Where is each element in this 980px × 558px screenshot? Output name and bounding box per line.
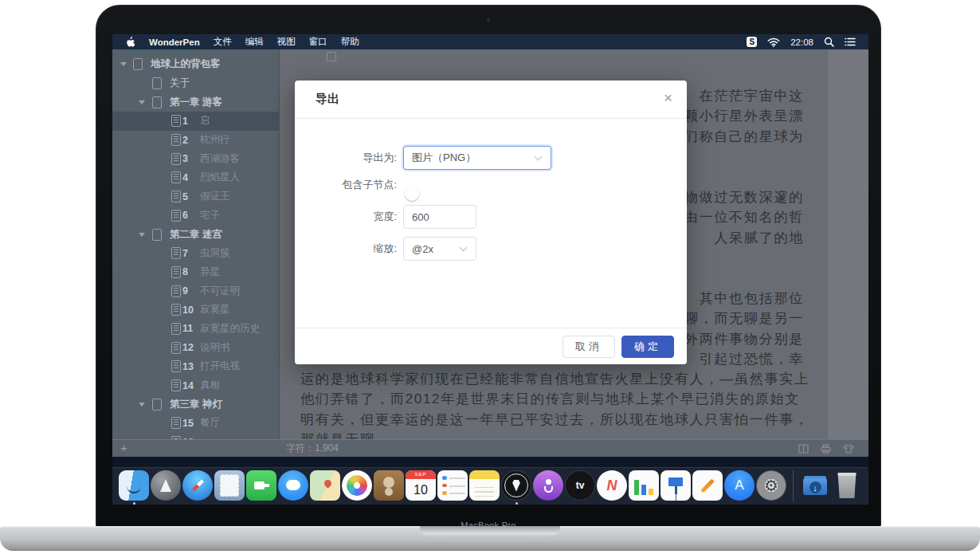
dock-icon-pages[interactable] bbox=[692, 470, 723, 501]
dock-icon-wonderpen[interactable] bbox=[501, 470, 531, 501]
item-label: 寂寞星的历史 bbox=[200, 322, 260, 336]
text-line: 那就是无聊 bbox=[300, 430, 809, 439]
menu-item-视图[interactable]: 视图 bbox=[277, 36, 296, 48]
document-icon bbox=[171, 342, 181, 354]
select-value: @2x bbox=[412, 243, 433, 255]
select-value: 图片（PNG） bbox=[412, 151, 476, 165]
tree-item[interactable]: 16 bbox=[112, 433, 279, 439]
tree-item-宅子[interactable]: 6宅子 bbox=[112, 206, 279, 226]
chevron-down-icon[interactable] bbox=[139, 100, 145, 104]
tree-item-异星[interactable]: 8异星 bbox=[112, 263, 279, 282]
chevron-down-icon[interactable] bbox=[139, 233, 145, 237]
tree-item-地球上的背包客[interactable]: 地球上的背包客 bbox=[112, 55, 279, 74]
dock-icon-trash[interactable] bbox=[832, 470, 862, 501]
print-icon[interactable] bbox=[821, 444, 831, 454]
confirm-button[interactable]: 确定 bbox=[621, 336, 674, 358]
tree-item-假证王[interactable]: 5假证王 bbox=[112, 187, 279, 206]
menu-item-帮助[interactable]: 帮助 bbox=[341, 36, 359, 48]
menu-item-文件[interactable]: 文件 bbox=[214, 36, 232, 48]
dock-separator bbox=[793, 470, 794, 502]
dock-icon-mail[interactable] bbox=[214, 470, 245, 501]
calendar-day: 10 bbox=[414, 479, 428, 501]
theme-icon[interactable] bbox=[843, 444, 854, 454]
dock-icon-contacts[interactable] bbox=[374, 470, 404, 501]
dock-icon-calendar[interactable]: SEP10 bbox=[406, 470, 436, 501]
dock-icon-messages[interactable] bbox=[278, 470, 308, 501]
item-label: 说明书 bbox=[200, 341, 230, 355]
search-icon[interactable] bbox=[824, 37, 834, 47]
dock-icon-facetime[interactable] bbox=[246, 470, 276, 501]
tree-item-真相[interactable]: 14真相 bbox=[112, 376, 279, 395]
input-宽度:[interactable]: 600 bbox=[403, 205, 476, 229]
select-导出为:[interactable]: 图片（PNG） bbox=[403, 146, 551, 170]
menu-item-编辑[interactable]: 编辑 bbox=[245, 36, 264, 48]
tree-item-说明书[interactable]: 12说明书 bbox=[112, 338, 279, 357]
dialog-field-row: 宽度:600 bbox=[295, 205, 687, 229]
list-icon[interactable] bbox=[845, 37, 856, 46]
tree-item-启[interactable]: 1启 bbox=[112, 112, 279, 131]
item-label: 关于 bbox=[170, 77, 190, 90]
item-label: 启 bbox=[200, 114, 210, 128]
proxy-icon[interactable]: S bbox=[747, 37, 757, 47]
text-line bbox=[684, 167, 804, 187]
item-label: 异星 bbox=[200, 265, 220, 279]
tree-item-餐厅[interactable]: 15餐厅 bbox=[112, 414, 279, 433]
dock-icon-maps[interactable] bbox=[310, 470, 340, 501]
chevron-down-icon[interactable] bbox=[120, 62, 127, 66]
add-node-button[interactable]: + bbox=[120, 441, 127, 454]
chevron-down-icon[interactable] bbox=[139, 403, 145, 407]
scrollbar-track[interactable] bbox=[828, 49, 868, 439]
field-label: 包含子节点: bbox=[295, 178, 397, 192]
tree-item-打开电视[interactable]: 13打开电视 bbox=[112, 357, 279, 376]
tree-item-西湖游客[interactable]: 3西湖游客 bbox=[112, 149, 279, 168]
document-icon bbox=[133, 58, 143, 70]
tree-item-关于[interactable]: 关于 bbox=[112, 74, 279, 93]
cancel-button[interactable]: 取消 bbox=[563, 336, 615, 358]
dock-icon-photos[interactable] bbox=[342, 470, 372, 501]
menu-item-窗口[interactable]: 窗口 bbox=[309, 36, 327, 48]
tree-item-寂寞星的历史[interactable]: 11寂寞星的历史 bbox=[112, 320, 279, 339]
tree-item-第二章 迷宫[interactable]: 第二章 迷宫 bbox=[112, 225, 279, 244]
tree-item-第一章 游客[interactable]: 第一章 游客 bbox=[112, 92, 279, 112]
document-icon bbox=[171, 304, 181, 316]
dialog-field-row: 包含子节点: bbox=[295, 178, 687, 192]
item-number: 1 bbox=[182, 116, 188, 127]
running-indicator bbox=[515, 502, 518, 505]
dock-icon-keynote[interactable] bbox=[661, 470, 691, 501]
dock-icon-appstore[interactable]: A bbox=[724, 470, 755, 501]
item-label: 地球上的背包客 bbox=[151, 57, 221, 71]
dock-icon-numbers[interactable] bbox=[629, 470, 659, 501]
tree-item-第三章 神灯[interactable]: 第三章 神灯 bbox=[112, 395, 279, 414]
dock-icon-appletv[interactable]: tv bbox=[565, 470, 595, 501]
item-label: 宅子 bbox=[200, 209, 220, 222]
wifi-icon[interactable] bbox=[767, 37, 780, 47]
clipped-library-item[interactable] bbox=[127, 49, 194, 53]
dock-icon-finder[interactable] bbox=[119, 470, 149, 501]
tree-item-杭州行[interactable]: 2杭州行 bbox=[112, 131, 279, 150]
document-icon bbox=[171, 191, 181, 202]
dock-icon-news[interactable]: N bbox=[597, 470, 627, 501]
document-icon bbox=[171, 379, 181, 391]
tree-item-虫洞簇[interactable]: 7虫洞簇 bbox=[112, 244, 279, 263]
tree-item-不可证明[interactable]: 9不可证明 bbox=[112, 281, 279, 301]
dock-icon-podcasts[interactable] bbox=[533, 470, 563, 501]
dock-icon-sysprefs[interactable]: ⚙ bbox=[756, 470, 786, 501]
text-line bbox=[684, 269, 804, 289]
tree-item-烈焰星人[interactable]: 4烈焰星人 bbox=[112, 168, 279, 187]
editor-toolbar-icon[interactable] bbox=[327, 52, 336, 61]
dock-icon-launchpad[interactable] bbox=[151, 470, 181, 501]
document-tree: 地球上的背包客关于第一章 游客1启2杭州行3西湖游客4烈焰星人5假证王6宅子第二… bbox=[112, 55, 279, 439]
select-缩放:[interactable]: @2x bbox=[403, 237, 476, 261]
split-view-icon[interactable] bbox=[798, 444, 809, 454]
close-icon[interactable]: × bbox=[664, 90, 672, 105]
dock-icon-safari[interactable] bbox=[182, 470, 213, 501]
menu-app-name[interactable]: WonderPen bbox=[149, 37, 200, 47]
apple-icon[interactable] bbox=[127, 37, 135, 47]
text-line: 引起过恐慌，幸 bbox=[684, 349, 804, 369]
macbook-base bbox=[0, 526, 980, 551]
dock-icon-downloads[interactable]: ↓ bbox=[800, 470, 830, 501]
dock-icon-notes[interactable] bbox=[469, 470, 500, 501]
document-icon bbox=[171, 134, 181, 146]
tree-item-寂寞星[interactable]: 10寂寞星 bbox=[112, 301, 279, 320]
dock-icon-reminders[interactable] bbox=[437, 470, 468, 501]
